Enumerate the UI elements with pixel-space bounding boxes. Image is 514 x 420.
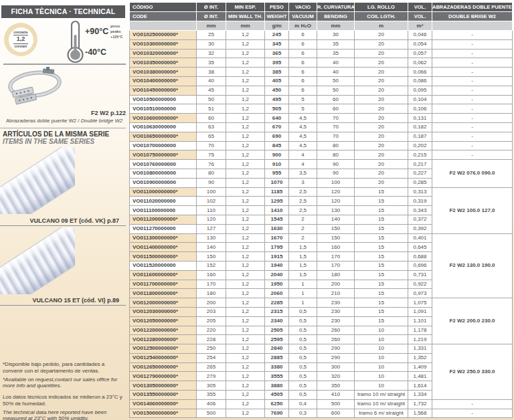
cell-code: VO012650000000*	[130, 362, 197, 372]
same-series-heading-en: ITEMS IN THE SAME SERIES	[3, 138, 94, 145]
cell-weight: 3880	[265, 381, 289, 391]
cell-volume: 1,075	[408, 298, 432, 308]
table-row: VO010250000000*251,2245630200,046-	[130, 31, 513, 40]
cell-vacuum: 0,3	[289, 409, 317, 418]
table-row: VO010630000000631,26704,570200,182-	[130, 122, 513, 132]
cell-weight: 1410	[265, 206, 289, 215]
cell-bending: 50	[317, 76, 355, 86]
cell-w2-clamps: -	[432, 150, 513, 160]
table-header-row-en: CODE Ø INT. MIN WALL TH. WEIGHT VACUUM B…	[130, 12, 513, 21]
cell-inner-diameter: 76	[197, 160, 226, 169]
cell-code: VO012030000000*	[130, 307, 197, 316]
table-row: VO012500000000*2501,228400,5290101,331F2…	[130, 344, 513, 354]
cell-vacuum: 6	[289, 58, 317, 68]
cell-coil-length: 15	[355, 233, 408, 243]
cell-bending: 90	[317, 169, 355, 178]
cell-code: VO010650000000*	[130, 132, 197, 141]
cell-coil-length: 15	[355, 316, 408, 326]
cell-coil-length: 15	[355, 206, 408, 215]
cell-w2-clamps: F2 W2 200.0 230.0	[432, 298, 513, 344]
cell-code: VO011000000000*	[130, 187, 197, 197]
header-peso: PESO	[265, 3, 289, 12]
cell-volume: 1,178	[408, 326, 432, 335]
cell-w2-clamps: -	[432, 39, 513, 49]
cell-volume: 0,319	[408, 197, 432, 206]
cell-w2-clamps: -	[432, 399, 513, 409]
cell-weight: 1295	[265, 197, 289, 206]
cell-code: VO014060000000*	[130, 399, 197, 409]
cell-coil-length: 20	[355, 95, 408, 104]
cell-weight: 505	[265, 104, 289, 114]
cell-w2-clamps: -	[432, 409, 513, 418]
cell-min-wall: 1,2	[226, 104, 265, 114]
temperature-max: +90°C	[85, 27, 108, 36]
divider	[0, 305, 126, 306]
cell-vacuum: 0,5	[289, 391, 317, 400]
table-row: VO010650000000*651,26904,570200,187-	[130, 132, 513, 141]
cell-w2-clamps: F2 W2 076.0 090.0	[432, 160, 513, 187]
cell-inner-diameter: 110	[197, 206, 226, 215]
cell-inner-diameter: 45	[197, 86, 226, 95]
cell-min-wall: 1,2	[226, 187, 265, 197]
temperature-peaks: picos peaks +125°C	[110, 24, 123, 40]
cell-volume: 0,731	[408, 270, 432, 280]
cell-vacuum: 3	[289, 178, 317, 187]
cell-bending: 80	[317, 141, 355, 150]
cell-volume: 0,106	[408, 104, 432, 114]
cell-vacuum: 4,5	[289, 122, 317, 132]
clamp-caption: Abrazaderas doble puente W2 / Double bri…	[3, 118, 126, 124]
cell-w2-clamps: F2 W2 100.0 127.0	[432, 187, 513, 233]
cell-coil-length: 20	[355, 76, 408, 86]
cell-weight: 640	[265, 114, 289, 123]
cell-code: VO011200000000*	[130, 215, 197, 224]
cell-vacuum: 0,5	[289, 381, 317, 391]
table-row: VO010510000000511,2505560200,106-	[130, 104, 513, 114]
cell-weight: 2595	[265, 335, 289, 344]
cell-code: VO013550000000*	[130, 391, 197, 400]
cell-code: VO010500000000	[130, 95, 197, 104]
divider	[3, 64, 126, 65]
cell-coil-length: 15	[355, 187, 408, 197]
cell-coil-length: 20	[355, 39, 408, 49]
cell-min-wall: 1,2	[226, 381, 265, 391]
cell-bending: 170	[317, 252, 355, 261]
cell-code: VO012050000000*	[130, 316, 197, 326]
table-row: VO010400000000*401,2405650200,086-	[130, 76, 513, 86]
cell-inner-diameter: 160	[197, 270, 226, 280]
cell-volume: 0,285	[408, 178, 432, 187]
unit-mh2o: m H₂O	[289, 21, 317, 31]
cell-code: VO011800000000*	[130, 289, 197, 298]
cell-inner-diameter: 140	[197, 243, 226, 252]
cell-inner-diameter: 150	[197, 252, 226, 261]
unit-mm: mm	[197, 21, 226, 31]
cell-coil-length: 10	[355, 372, 408, 381]
cell-min-wall: 1,2	[226, 150, 265, 160]
cell-volume: 0,217	[408, 160, 432, 169]
cell-bending: 70	[317, 114, 355, 123]
cell-min-wall: 1,2	[226, 307, 265, 316]
cell-coil-length: 10	[355, 344, 408, 354]
cell-w2-clamps: -	[432, 122, 513, 132]
table-row: VO010350000000*351,2395640200,062-	[130, 58, 513, 68]
cell-weight: 7690	[265, 409, 289, 418]
cell-coil-length: 20	[355, 31, 408, 40]
cell-vacuum: 0,5	[289, 372, 317, 381]
cell-inner-diameter: 205	[197, 316, 226, 326]
cell-inner-diameter: 152	[197, 261, 226, 270]
header-min-wall: MIN WALL TH.	[226, 12, 265, 21]
header-codigo: CÓDIGO	[130, 3, 197, 12]
cell-vacuum: 2,5	[289, 187, 317, 197]
cell-inner-diameter: 35	[197, 58, 226, 68]
cell-w2-clamps: F2 W2 130.0 190.0	[432, 233, 513, 298]
divider	[0, 128, 126, 128]
clamp-caption-es: Abrazaderas doble puente W2 /	[6, 118, 81, 124]
cell-min-wall: 1,2	[226, 160, 265, 169]
footnote-available-en: *Available on request,contact our sales …	[3, 377, 126, 390]
footnotes: *Disponible bajo pedido, para cantidades…	[3, 361, 126, 420]
peaks-line-en: peaks	[110, 29, 123, 35]
cell-bending: 260	[317, 335, 355, 344]
cell-bending: 35	[317, 39, 355, 49]
badge-label-es: constante	[13, 31, 27, 34]
cell-min-wall: 1,2	[226, 243, 265, 252]
hose-image	[0, 147, 75, 214]
